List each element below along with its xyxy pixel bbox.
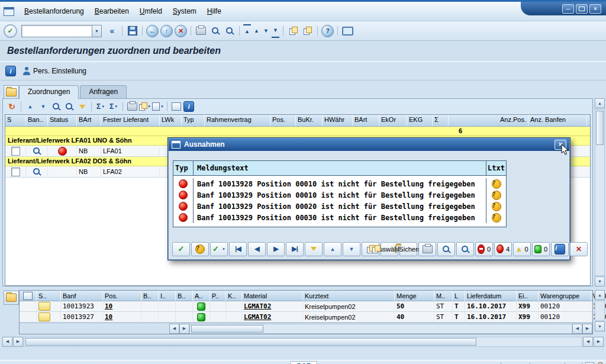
restore-icon[interactable] [576,4,588,14]
exception-row-3[interactable]: Banf 10013929 Position 00020 ist nicht f… [173,201,506,212]
menu-bearbeiten[interactable]: Bearbeiten [89,5,134,17]
sort-ascending-button[interactable] [324,242,341,256]
longtext-icon[interactable] [492,213,501,223]
col-b1[interactable]: B.. [141,291,159,301]
col-a[interactable]: A.. [193,291,210,301]
col-bart2[interactable]: BArt [353,115,379,126]
col-s[interactable]: S.. [37,291,61,301]
scroll-track[interactable] [24,337,582,347]
scroll-track[interactable] [595,301,605,321]
check-entries-button[interactable] [210,242,228,256]
find-next-icon[interactable] [225,26,234,36]
cell-pos[interactable]: 10 [103,301,141,312]
tab-anfragen[interactable]: Anfragen [80,85,127,99]
col-status[interactable]: Status [48,115,77,126]
print-icon[interactable] [127,102,137,111]
col-ei[interactable]: Ei.. [517,291,539,301]
scroll-left-icon[interactable] [169,324,179,334]
exception-row-2[interactable]: Banf 10013929 Position 00010 ist nicht f… [173,189,506,201]
minimize-icon[interactable] [562,4,574,14]
error-count-button[interactable]: 4 [494,242,512,256]
menu-umfeld[interactable]: Umfeld [134,5,167,17]
tab-zuordnungen[interactable]: Zuordnungen [19,85,79,99]
col-typ[interactable]: Typ [173,161,194,175]
scroll-right-icon[interactable] [13,337,23,347]
col-anz-pos[interactable]: Anz.Pos. [449,115,528,126]
menu-hilfe[interactable]: Hilfe [202,5,227,17]
layout-settings-icon[interactable] [172,102,181,111]
col-rahmenvertrag[interactable]: Rahmenvertrag [205,115,270,126]
info-icon[interactable] [5,66,16,76]
views-menu-icon[interactable] [152,102,160,111]
subtotal-menu-icon[interactable] [108,101,120,112]
sort-descending-button[interactable] [343,242,360,256]
scroll-thumb[interactable] [25,338,476,346]
expand-header-button[interactable] [4,85,19,99]
col-banf[interactable]: Ban.. [26,115,48,126]
last-row-button[interactable] [286,242,304,256]
command-input[interactable] [21,25,92,37]
row-checkbox[interactable] [11,167,20,176]
cancel-icon[interactable] [175,25,187,37]
col-pos[interactable]: Pos. [103,291,141,301]
scroll-thumb[interactable] [596,111,604,145]
scroll-left-icon[interactable] [583,337,593,347]
find-icon[interactable] [51,102,61,111]
filter-icon[interactable] [79,105,85,109]
col-ltxt[interactable]: Ltxt [486,161,506,175]
scroll-left-icon[interactable] [2,337,12,347]
last-page-icon[interactable] [272,24,279,38]
col-ekg[interactable]: EKG [407,115,433,126]
pers-einstellung-button[interactable]: Pers. Einstellung [21,66,89,76]
close-icon[interactable] [589,4,601,14]
help-button[interactable] [191,242,209,256]
scroll-thumb[interactable] [191,325,263,333]
selection-cell-icon[interactable] [38,313,50,321]
col-meldungstext[interactable]: Meldungstext [194,161,486,175]
detail-magnifier-icon[interactable] [32,167,41,176]
print-icon[interactable] [196,27,206,35]
menu-bestellanforderung[interactable]: Bestellanforderung [19,5,89,17]
col-warengruppe[interactable]: Warengruppe [539,291,591,301]
command-dropdown-icon[interactable] [92,25,102,37]
first-page-icon[interactable] [243,24,251,38]
dialog-title-bar[interactable]: Ausnahmen [168,138,570,151]
col-me[interactable]: M.. [434,291,453,301]
menu-system[interactable]: System [167,5,202,17]
sort-descending-icon[interactable] [37,101,49,112]
longtext-icon[interactable] [492,179,501,189]
next-row-button[interactable] [267,242,285,256]
scroll-right-icon[interactable] [179,324,189,334]
export-menu-icon[interactable] [139,102,147,111]
col-b2[interactable]: B.. [176,291,193,301]
col-banf[interactable]: Banf [61,291,103,301]
print-button[interactable] [418,242,436,256]
cell-material[interactable]: LGMAT02 [242,311,303,323]
scroll-right-icon[interactable] [594,337,604,347]
longtext-icon[interactable] [492,191,501,200]
back-icon[interactable] [146,25,159,37]
find-icon[interactable] [211,26,220,36]
col-sigma[interactable]: Σ [433,115,449,126]
row-checkbox[interactable] [11,147,20,156]
col-typ[interactable]: Typ [182,115,205,126]
scroll-down-icon[interactable] [595,276,605,286]
item-row-2[interactable]: 10013927 10 LGMAT02 Kreiselpumpen02 40 S… [20,312,592,323]
expand-items-button[interactable] [4,291,19,305]
grid-info-icon[interactable] [183,101,194,112]
col-bukr[interactable]: BuKr. [296,115,323,126]
sichern-button[interactable]: Sichern [399,242,417,256]
first-row-button[interactable] [229,242,247,256]
filter-button[interactable] [305,242,323,256]
col-ekor[interactable]: EkOr [379,115,407,126]
scroll-down-icon[interactable] [595,321,605,331]
warning-count-button[interactable]: 0 [513,242,531,256]
collapse-toolbar-icon[interactable] [106,25,118,37]
col-fester-lieferant[interactable]: Fester Lieferant [101,115,160,126]
previous-row-button[interactable] [248,242,266,256]
sort-ascending-icon[interactable] [24,101,36,112]
find-next-button[interactable] [456,242,474,256]
cell-pos[interactable]: 10 [103,311,141,323]
col-hwaehr[interactable]: HWähr [323,115,353,126]
sum-menu-icon[interactable] [95,101,107,112]
